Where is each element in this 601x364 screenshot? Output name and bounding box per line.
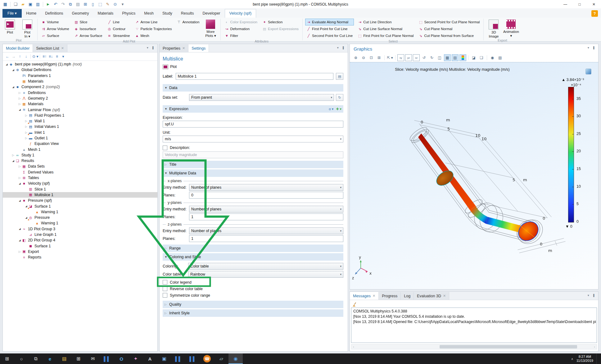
tab-evaluation-3d[interactable]: Evaluation 3D✕ — [414, 292, 449, 300]
tree-item-laminar-flow[interactable]: ◢≋Laminar Flow(spf) — [3, 107, 157, 112]
view-yz-icon[interactable]: yz — [405, 54, 412, 61]
y-planes-entry-method-select[interactable]: Number of planes — [189, 206, 343, 213]
tree-expander[interactable]: ◢ — [18, 108, 22, 111]
graphics-canvas[interactable]: Slice: Velocity magnitude (m/s) Multisli… — [350, 62, 598, 289]
panel-menu-icons[interactable]: ▾ ❚ — [588, 46, 596, 49]
outlook-icon[interactable]: O — [114, 353, 129, 364]
tree-item-surface-1[interactable]: ◢◪▲Surface 1 — [3, 203, 157, 209]
ribbon-button-surface[interactable]: ▱Surface — [40, 32, 70, 39]
tree-expander[interactable]: ◢ — [5, 63, 9, 66]
photos-icon[interactable]: ▣ — [157, 353, 171, 364]
rotate-ccw-icon[interactable]: ↺ — [421, 54, 427, 61]
search-icon[interactable]: ⊙ — [112, 1, 119, 7]
ribbon-button-deformation[interactable]: ↝Deformation — [223, 25, 259, 32]
ribbon-button-cut-plane-normal[interactable]: ⇘Cut Plane Normal — [417, 25, 481, 32]
view-xz-icon[interactable]: xz — [413, 54, 420, 61]
ribbon-tab-materials[interactable]: Materials — [93, 9, 118, 18]
label-input[interactable]: Multislice 1 — [176, 73, 333, 80]
ribbon-button-cut-line-direction[interactable]: ⇥Cut Line Direction — [356, 19, 415, 25]
ribbon-button-first-point-for-cut-line[interactable]: ╱First Point for Cut Line — [305, 25, 354, 32]
store-icon[interactable]: ⊞ — [71, 353, 86, 364]
ribbon-button-first-point-for-cut-plane-normal[interactable]: ⬚First Point for Cut Plane Normal — [356, 32, 415, 39]
copy-icon[interactable]: ⧉ — [67, 1, 74, 7]
ribbon-button-evaluate-along-normal[interactable]: ⇥Evaluate Along Normal — [305, 19, 354, 25]
clear-icon[interactable]: ✎ — [104, 1, 111, 7]
tree-item-component-2[interactable]: ◢■Component 2(comp2) — [3, 84, 157, 90]
forward-icon[interactable]: → — [11, 54, 16, 59]
ribbon-tab-geometry[interactable]: Geometry — [68, 9, 93, 18]
section-coloring-and-style[interactable]: ▼ Coloring and Style — [163, 253, 343, 261]
tree-expander[interactable]: ◢ — [11, 69, 15, 71]
scroll-left-icon[interactable]: ‹ — [351, 345, 356, 348]
tree-expander[interactable]: ◢ — [18, 227, 22, 230]
rotate-cw-icon[interactable]: ↻ — [428, 54, 435, 61]
tree-item-reports[interactable]: ≡Reports — [3, 254, 157, 260]
color-legend-checkbox[interactable] — [163, 280, 167, 285]
tab-model-builder[interactable]: Model Builder — [3, 44, 33, 52]
close-icon[interactable]: ✕ — [182, 46, 185, 50]
refresh-dataset-button[interactable]: ↻ — [336, 94, 343, 101]
redo-icon[interactable]: ↷ — [60, 1, 66, 7]
ribbon-tab-mesh[interactable]: Mesh — [140, 9, 158, 18]
close-icon[interactable]: ✕ — [443, 294, 446, 298]
paint-icon[interactable]: ✦ — [129, 353, 143, 364]
tree-expander[interactable]: ◢ — [18, 239, 22, 242]
y-planes-planes-input[interactable]: 1 — [189, 213, 343, 220]
zoom-out-icon[interactable]: ⊖ — [360, 54, 367, 61]
section-inherit-style[interactable]: ▷ Inherit Style — [163, 309, 343, 317]
file-explorer-icon[interactable]: ▤ — [57, 353, 71, 364]
tree-item-multislice-1[interactable]: ▦Multislice 1 — [3, 192, 157, 198]
settings-plot-button[interactable]: Plot — [163, 64, 343, 70]
tree-expander[interactable]: ▷ — [18, 176, 22, 179]
projection-icon[interactable]: ◫ — [436, 54, 443, 61]
show-icon[interactable]: ⊙ ▾ — [32, 54, 38, 59]
ribbon-button-cut-line-surface-normal[interactable]: ⇘Cut Line Surface Normal — [356, 25, 415, 32]
unit-select[interactable]: m/s — [163, 136, 343, 142]
collapse-icon[interactable]: ≡↑ — [42, 54, 47, 59]
duplicate-icon[interactable]: ⊞ — [82, 1, 89, 7]
tab-properties[interactable]: Properties✕ — [160, 44, 188, 52]
edge-icon[interactable]: e — [43, 353, 57, 364]
tree-expander[interactable]: ◢ — [18, 182, 22, 185]
tree-item-slice-1[interactable]: ▥Slice 1 — [3, 186, 157, 192]
scroll-right-icon[interactable]: › — [592, 345, 597, 348]
plot-button[interactable]: Plot — [1, 18, 19, 38]
back-icon[interactable]: ← — [5, 54, 10, 59]
tree-item-inlet-1[interactable]: ▷▬▲Inlet 1 — [3, 130, 157, 135]
ribbon-tab-results[interactable]: Results — [177, 9, 198, 18]
tree-item-warning-1[interactable]: ▲Warning 1 — [3, 220, 157, 226]
ribbon-button-selection[interactable]: ✦Selection — [261, 19, 300, 25]
tree-expander[interactable]: ▷ — [24, 125, 28, 128]
ribbon-tab-home[interactable]: Home — [22, 9, 41, 18]
search-caret[interactable]: ▾ — [119, 1, 126, 7]
close-button[interactable]: ✕ — [587, 0, 601, 8]
maximize-button[interactable]: □ — [572, 0, 587, 8]
app-tile-icon[interactable]: ▌▌ — [171, 353, 186, 364]
tab-selection-list[interactable]: Selection List✕ — [33, 44, 67, 52]
more-plots-button[interactable]: MorePlots ▾ — [202, 18, 219, 39]
task-view-button[interactable]: ⧉ — [29, 353, 43, 364]
run-icon[interactable]: ► — [45, 1, 52, 7]
ribbon-tab-file[interactable]: File ▾ — [2, 9, 22, 18]
ribbon-button-volume[interactable]: ■Volume — [40, 19, 70, 25]
dataset-select[interactable]: From parent — [189, 94, 334, 101]
tree-expander[interactable]: ◢ — [11, 160, 15, 162]
model-tree-icon[interactable]: ≡ — [54, 54, 60, 59]
x-planes-entry-method-select[interactable]: Number of planes — [189, 184, 343, 191]
ribbon-tab-developer[interactable]: Developer — [198, 9, 225, 18]
symmetrize-color-range-checkbox[interactable] — [163, 293, 167, 298]
tree-item-pressure-spf-[interactable]: ◢■Pressure (spf) — [3, 198, 157, 203]
x-planes-planes-input[interactable]: 0 — [189, 192, 343, 199]
color-table-select[interactable]: Rainbow — [188, 271, 343, 278]
ribbon-button-mesh[interactable]: ▲Mesh — [133, 32, 173, 39]
z-planes-entry-method-select[interactable]: Number of planes — [189, 227, 343, 234]
ribbon-button-annotation[interactable]: ⊤Annotation — [175, 19, 201, 25]
app-a-icon[interactable]: A — [143, 353, 157, 364]
paste-icon[interactable]: ▤ — [75, 1, 81, 7]
color-legend-icon[interactable] — [459, 54, 466, 61]
ribbon-button-cut-plane-normal-from-surface[interactable]: ⇘Cut Plane Normal from Surface — [417, 32, 481, 39]
app-tile2-icon[interactable]: ▌▌ — [186, 353, 200, 364]
tab-settings[interactable]: Settings — [188, 44, 209, 52]
tree-item-derived-values[interactable]: ΣDerived Values — [3, 169, 157, 175]
section-expression[interactable]: ▼ Expression α ▾ ✚ ▾ — [163, 105, 343, 113]
